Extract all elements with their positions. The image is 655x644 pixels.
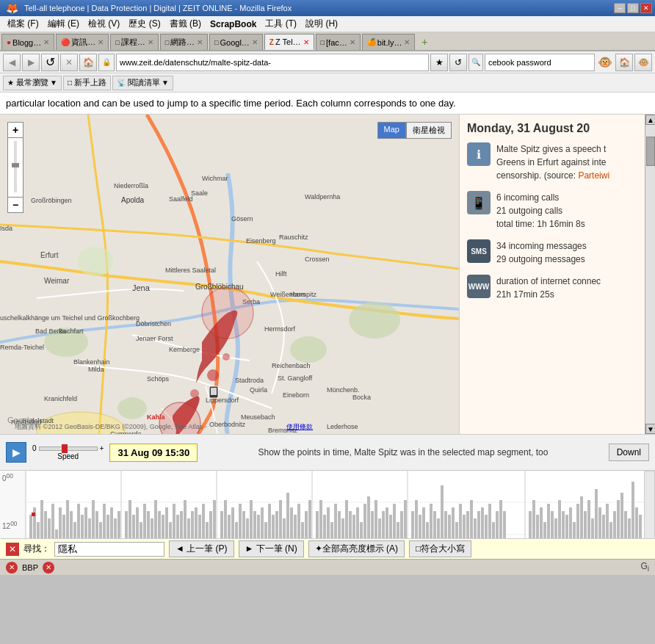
zoom-slider[interactable] <box>7 138 23 197</box>
stop-button[interactable]: ✕ <box>60 54 78 71</box>
tab-facebook[interactable]: □ [fac… ✕ <box>316 34 361 50</box>
menu-file[interactable]: 檔案 (F) <box>3 16 43 32</box>
forward-button[interactable]: ▶ <box>22 54 40 71</box>
svg-text:Hermsdorf: Hermsdorf <box>264 325 296 333</box>
zoom-thumb[interactable] <box>12 163 19 167</box>
tab-bitly[interactable]: 🍊 bit.ly… ✕ <box>362 34 416 50</box>
svg-rect-171 <box>338 511 341 538</box>
svg-text:Bad Berka: Bad Berka <box>35 328 66 335</box>
satellite-view-button[interactable]: 衛星檢視 <box>406 122 452 139</box>
menu-bookmarks[interactable]: 書籤 (B) <box>165 16 206 32</box>
chart-bars[interactable] <box>26 471 644 538</box>
menu-tools[interactable]: 工具 (T) <box>261 16 301 32</box>
menu-view[interactable]: 檢視 (V) <box>84 16 124 32</box>
back-button[interactable]: ◀ <box>3 54 21 71</box>
svg-rect-93 <box>44 511 47 538</box>
tab-network[interactable]: □ 網路… ✕ <box>160 34 208 50</box>
reload-stop-button[interactable]: ↺ <box>449 54 467 71</box>
tab-google[interactable]: □ Googl… ✕ <box>209 34 263 50</box>
svg-text:Lippersdorf: Lippersdorf <box>206 397 239 404</box>
monkey-icon[interactable]: 🐵 <box>634 54 652 71</box>
addon-stop-icon[interactable]: ✕ <box>43 562 54 574</box>
tab-blogg[interactable]: ● Blogg… ✕ <box>1 34 54 50</box>
bookmark-beginner[interactable]: □ 新手上路 <box>63 76 111 90</box>
search-input[interactable] <box>485 54 595 71</box>
tab-icon-bitly: 🍊 <box>367 38 376 46</box>
map-view-button[interactable]: Map <box>377 122 406 139</box>
tab-close-blogg[interactable]: ✕ <box>43 38 49 46</box>
menu-history[interactable]: 歷史 (S) <box>124 16 164 32</box>
speed-max-label: + <box>100 444 104 452</box>
tab-zeit[interactable]: Z Z Tel… ✕ <box>264 34 314 50</box>
tab-close-info[interactable]: ✕ <box>98 38 104 46</box>
find-close-button[interactable]: ✕ <box>6 543 19 556</box>
search-engine-selector[interactable]: 🔍 <box>468 54 483 71</box>
timeline-controls: ▶ 0 + Speed 31 Aug 09 15:30 Show the poi… <box>0 434 655 471</box>
svg-rect-174 <box>349 511 352 538</box>
svg-rect-123 <box>154 500 157 538</box>
svg-rect-214 <box>499 500 502 538</box>
speed-thumb[interactable] <box>62 444 68 453</box>
menu-scrapbook[interactable]: ScrapBook <box>206 18 261 31</box>
tab-close-bitly[interactable]: ✕ <box>404 38 410 46</box>
close-button[interactable]: ✕ <box>640 3 652 13</box>
zoom-out-button[interactable]: − <box>7 197 23 213</box>
svg-rect-221 <box>547 504 550 538</box>
scroll-down-button[interactable]: ▼ <box>645 424 655 434</box>
svg-text:Eineborn: Eineborn <box>283 391 309 399</box>
svg-rect-165 <box>316 511 319 538</box>
tab-info[interactable]: 🔴 資訊… ✕ <box>56 34 109 50</box>
home-button[interactable]: 🏠 <box>79 54 97 71</box>
statusbar: ✕ BBP ✕ Gi <box>0 559 655 575</box>
chart-area[interactable]: 000 1200 2400 <box>0 471 655 538</box>
svg-rect-149 <box>253 511 256 538</box>
scroll-thumb[interactable] <box>646 137 655 166</box>
highlight-all-button[interactable]: ✦全部高亮度標示 (A) <box>308 540 405 557</box>
home-icon[interactable]: 🏠 <box>615 54 633 71</box>
source-link[interactable]: Parteiwi <box>578 170 609 181</box>
tab-close-network[interactable]: ✕ <box>197 38 203 46</box>
menu-edit[interactable]: 編輯 (E) <box>43 16 84 32</box>
download-button[interactable]: Downl <box>609 444 649 461</box>
svg-rect-140 <box>220 511 223 538</box>
find-input[interactable] <box>54 542 164 557</box>
svg-rect-133 <box>191 511 194 538</box>
menu-help[interactable]: 說明 (H) <box>301 16 342 32</box>
map-area[interactable]: Jena Weimar Erfurt Kranichfeld Rudolstad… <box>0 115 459 434</box>
tab-course[interactable]: □ 課程… ✕ <box>110 34 158 50</box>
match-case-button[interactable]: □符合大小寫 <box>409 540 471 557</box>
speed-min-label: 0 <box>32 444 37 452</box>
bookmark-star[interactable]: ★ <box>430 54 448 71</box>
svg-rect-169 <box>330 522 333 538</box>
search-monkey-icon[interactable]: 🐵 <box>596 55 614 69</box>
find-next-button[interactable]: ► 下一筆 (N) <box>239 540 304 557</box>
reload-button[interactable]: ↺ <box>41 54 59 71</box>
tab-close-facebook[interactable]: ✕ <box>350 38 355 46</box>
bookmark-most-visited[interactable]: ★ 最常瀏覽 ▼ <box>3 76 62 90</box>
url-input[interactable] <box>116 54 429 71</box>
play-button[interactable]: ▶ <box>6 442 26 463</box>
tab-close-course[interactable]: ✕ <box>148 38 153 46</box>
svg-rect-115 <box>125 511 128 538</box>
scroll-up-button[interactable]: ▲ <box>645 115 655 125</box>
svg-rect-227 <box>569 507 572 538</box>
tab-icon-network: □ <box>165 39 169 46</box>
maximize-button[interactable]: □ <box>627 3 639 13</box>
speed-track[interactable] <box>39 446 98 451</box>
bookmark-reading-list[interactable]: 📡 閱讀清單 ▼ <box>112 76 173 90</box>
svg-text:Oberbodnitz: Oberbodnitz <box>209 421 246 428</box>
svg-text:Jenaer Forst: Jenaer Forst <box>136 335 173 342</box>
chart-vertical-scrollbar[interactable] <box>644 471 655 538</box>
svg-rect-226 <box>565 515 568 538</box>
svg-text:Apolda: Apolda <box>121 196 145 204</box>
tab-close-google[interactable]: ✕ <box>252 38 258 46</box>
svg-rect-224 <box>558 500 561 538</box>
stop-loading-icon[interactable]: ✕ <box>6 562 18 574</box>
status-right: Gi <box>640 561 649 573</box>
new-tab-button[interactable]: + <box>416 34 433 50</box>
svg-rect-235 <box>598 507 601 538</box>
minimize-button[interactable]: – <box>614 3 626 13</box>
zoom-in-button[interactable]: + <box>7 122 23 138</box>
find-prev-button[interactable]: ◄ 上一筆 (P) <box>169 540 234 557</box>
tab-close-zeit[interactable]: ✕ <box>303 38 309 46</box>
